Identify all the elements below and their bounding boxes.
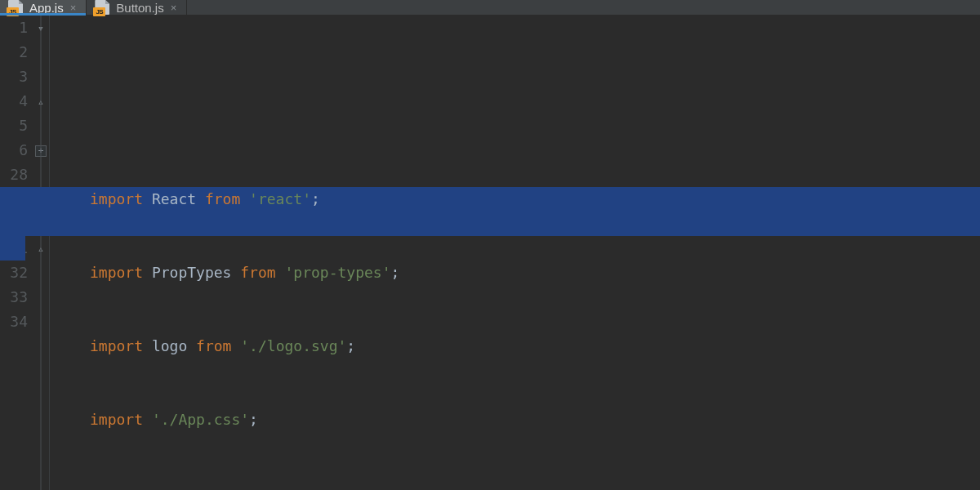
code-line: import logo from './logo.svg'; xyxy=(90,334,980,359)
tab-label: App.js xyxy=(29,1,64,15)
line-number: 1 xyxy=(0,16,28,40)
line-number: 32 xyxy=(0,261,28,285)
line-number: 2 xyxy=(0,40,28,65)
line-number: 3 xyxy=(0,65,28,89)
code-line: import PropTypes from 'prop-types'; xyxy=(90,261,980,285)
selection-highlight xyxy=(0,212,980,236)
code-line: import './App.css'; xyxy=(90,408,980,432)
tab-label: Button.js xyxy=(116,1,163,15)
close-icon[interactable]: × xyxy=(171,2,177,14)
line-number: 33 xyxy=(0,285,28,310)
tab-button-js[interactable]: JS Button.js × xyxy=(87,0,187,15)
line-number: 4 xyxy=(0,89,28,114)
code-area[interactable]: import React from 'react'; import PropTy… xyxy=(90,16,980,490)
indent-guide xyxy=(49,16,90,490)
ide-window: JS App.js × JS Button.js × 1 2 3 4 5 6 2… xyxy=(0,0,980,490)
line-number: 6 xyxy=(0,138,28,163)
code-line: import React from 'react'; xyxy=(90,187,980,212)
line-number: 34 xyxy=(0,310,28,334)
js-file-icon: JS xyxy=(95,0,109,15)
selection-highlight xyxy=(0,236,25,261)
close-icon[interactable]: × xyxy=(70,2,77,14)
js-file-icon: JS xyxy=(8,0,23,15)
fold-gutter: ▾ ▵ + ▾ ▵ xyxy=(33,16,49,490)
code-line xyxy=(90,481,980,490)
line-number: 5 xyxy=(0,114,28,138)
code-editor[interactable]: 1 2 3 4 5 6 28 29 30 31 32 33 34 ▾ ▵ + ▾… xyxy=(0,16,980,490)
tab-bar: JS App.js × JS Button.js × xyxy=(0,0,980,16)
line-number: 28 xyxy=(0,163,28,187)
tab-app-js[interactable]: JS App.js × xyxy=(0,0,87,15)
